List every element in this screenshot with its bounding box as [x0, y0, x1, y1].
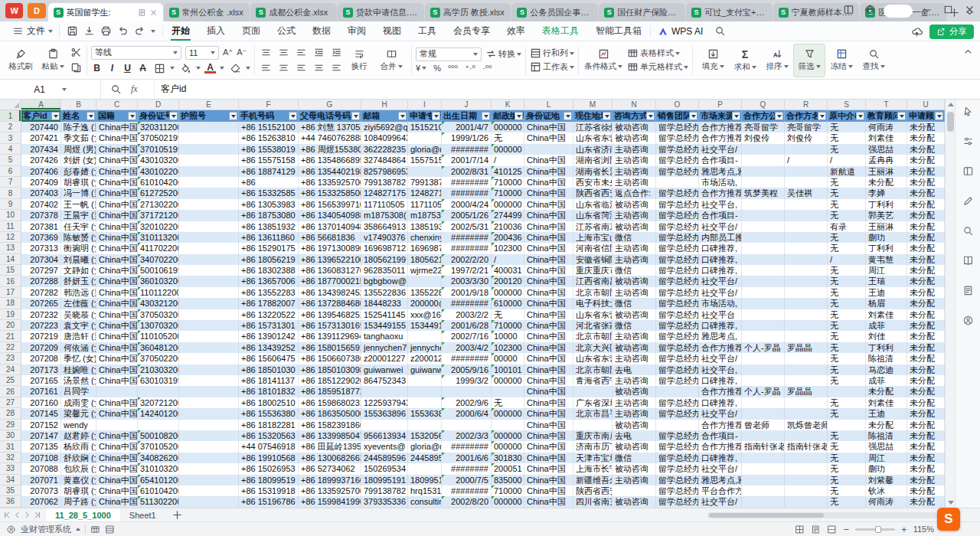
cell[interactable]: 108409964XXX@163.: [361, 132, 408, 143]
cell[interactable]: 合作项目-: [699, 430, 742, 441]
document-tab[interactable]: S可过_支付宝+_滴滴: [686, 3, 773, 21]
cell[interactable]: 河北省张家: [573, 320, 612, 331]
cell[interactable]: [785, 210, 828, 221]
cell[interactable]: 000000: [492, 144, 524, 155]
cell[interactable]: China中国: [524, 496, 573, 507]
row-header-19[interactable]: 19: [0, 309, 21, 320]
cell[interactable]: tanghaoxu: [361, 331, 408, 342]
cell[interactable]: [742, 397, 785, 408]
cell[interactable]: 济南市历下: [573, 441, 612, 452]
cell[interactable]: 未分配: [907, 298, 945, 309]
cell[interactable]: 主动咨询: [612, 397, 656, 408]
reference-icon[interactable]: [962, 255, 974, 266]
row-header-33[interactable]: 33: [0, 463, 21, 474]
cell[interactable]: 钦冰: [866, 485, 907, 496]
cell[interactable]: 袁文宇 (女: [61, 320, 96, 331]
cell[interactable]: [179, 331, 239, 342]
menu-tab-开始[interactable]: 开始: [163, 21, 198, 41]
cell[interactable]: 口碑推荐,: [699, 397, 742, 408]
cell[interactable]: wendy: [61, 420, 96, 430]
cell[interactable]: 207406: [21, 166, 61, 177]
cell[interactable]: [408, 331, 442, 342]
cell[interactable]: [785, 309, 828, 320]
header-cell[interactable]: 出生日期: [442, 110, 492, 122]
cell[interactable]: 000000: [492, 408, 524, 419]
cell[interactable]: 刘俊伶: [742, 132, 785, 143]
cell[interactable]: 310113200211152925: [138, 232, 179, 243]
cell[interactable]: [408, 397, 442, 408]
cell[interactable]: [179, 199, 239, 210]
cell[interactable]: 130703200106280921: [138, 320, 179, 331]
cell[interactable]: 唐浩轩 (男: [61, 331, 96, 342]
cell[interactable]: 北京市朝阳: [573, 287, 612, 298]
cell[interactable]: 雅思考点,: [699, 331, 742, 342]
menu-tab-表格工具[interactable]: 表格工具: [534, 21, 587, 41]
cell[interactable]: China中国: [96, 287, 138, 298]
filter-dropdown-icon[interactable]: [289, 112, 297, 120]
cell[interactable]: 未分配: [907, 254, 945, 265]
cell[interactable]: 电子科技大: [573, 298, 612, 309]
cell[interactable]: 主动咨询: [612, 254, 656, 265]
cell[interactable]: 未分配: [907, 342, 945, 353]
cell[interactable]: 2003/2/2: [442, 309, 492, 320]
cell[interactable]: 湖南省浏阳: [573, 155, 612, 165]
cell[interactable]: 无: [828, 144, 866, 155]
align-bottom-button[interactable]: [294, 46, 308, 59]
paste-button[interactable]: 粘贴: [37, 44, 69, 77]
cell[interactable]: 强思喆: [866, 144, 907, 155]
cell[interactable]: 微信: [612, 298, 656, 309]
header-cell[interactable]: 父母电话号码: [299, 110, 361, 122]
cell[interactable]: [742, 221, 785, 232]
header-cell[interactable]: 销售团队: [656, 110, 699, 122]
cell[interactable]: bgbgbow@: [361, 276, 408, 286]
cell[interactable]: 马恋迪: [866, 364, 907, 375]
cell[interactable]: China中国: [96, 496, 138, 507]
cell[interactable]: 广东省深圳: [573, 397, 612, 408]
cell[interactable]: [96, 386, 138, 397]
scrollbar-thumb[interactable]: [947, 112, 954, 132]
cell[interactable]: 社交平台,: [699, 199, 742, 210]
cell[interactable]: 北京大兴区: [573, 342, 612, 353]
cell[interactable]: 被动咨询: [612, 221, 656, 232]
cell[interactable]: 被动咨询: [612, 342, 656, 353]
cell[interactable]: 未分配: [907, 441, 945, 452]
cell[interactable]: 207282: [21, 287, 61, 298]
cell[interactable]: China中国: [96, 221, 138, 232]
cell[interactable]: 彭春婧 (女: [61, 166, 96, 177]
cell[interactable]: 文静如 (女: [61, 265, 96, 276]
worksheet-button[interactable]: 工作表: [530, 61, 574, 73]
cell[interactable]: 舒妍玉 (女: [61, 276, 96, 286]
cell[interactable]: China中国: [524, 386, 573, 397]
cell[interactable]: 274499: [492, 210, 524, 221]
cell[interactable]: [742, 331, 785, 342]
cell[interactable]: 王一帆 (男: [61, 199, 96, 210]
cell[interactable]: +86 15319918: [239, 485, 299, 496]
minimize-button[interactable]: [920, 3, 933, 17]
cell[interactable]: +86 13851932: [239, 221, 299, 232]
cell[interactable]: 000000: [492, 199, 524, 210]
conditional-format-button[interactable]: 条件格式: [583, 44, 624, 77]
filter-dropdown-icon[interactable]: [482, 112, 490, 120]
cell[interactable]: +86 19910568: [239, 453, 299, 463]
cell[interactable]: +86 1396522100: [299, 254, 361, 265]
cell[interactable]: ########: [442, 232, 492, 243]
cell[interactable]: China中国: [524, 375, 573, 386]
cell[interactable]: 留学总经办: [656, 397, 699, 408]
cell[interactable]: 未分配: [907, 132, 945, 143]
cell[interactable]: 留学总经办: [656, 320, 699, 331]
cell[interactable]: [742, 408, 785, 419]
cell[interactable]: 刘佳: [866, 331, 907, 342]
menu-tab-页面[interactable]: 页面: [234, 21, 269, 41]
cell[interactable]: 留学总经办: [656, 265, 699, 276]
properties-panel-icon[interactable]: [962, 136, 974, 147]
cell[interactable]: 陈子逸 (男: [61, 122, 96, 132]
cell[interactable]: [408, 463, 442, 474]
cell[interactable]: 2000/6/4: [442, 408, 492, 419]
cell[interactable]: +86 1395468251: [299, 309, 361, 320]
next-sheet-icon[interactable]: [23, 511, 31, 519]
cell[interactable]: [742, 353, 785, 364]
cell[interactable]: [442, 420, 492, 430]
row-header-36[interactable]: 36: [0, 496, 21, 507]
header-cell[interactable]: 姓名: [61, 110, 96, 122]
cell[interactable]: 110112200109181419: [138, 287, 179, 298]
